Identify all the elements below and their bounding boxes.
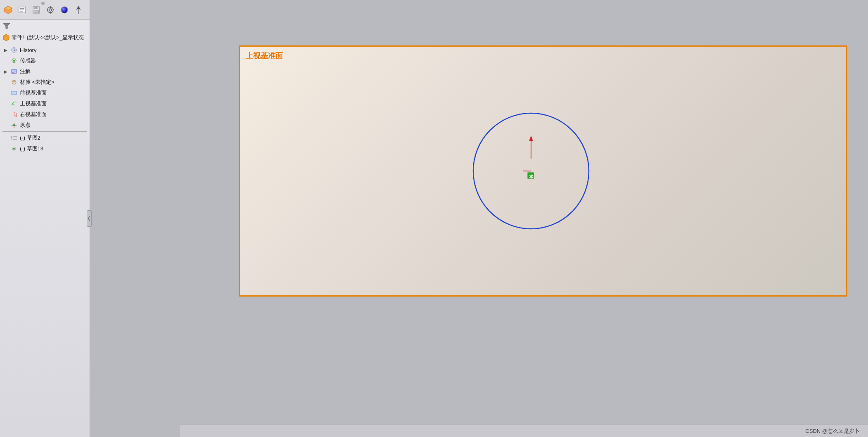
- front-plane-label: 前视基准面: [20, 89, 47, 97]
- material-icon: [10, 78, 18, 86]
- viewport-panel[interactable]: 上视基准面 ✱: [239, 45, 847, 297]
- sidebar: 零件1 (默认<<默认>_显示状态 ▶ History ▶: [0, 0, 90, 437]
- svg-point-9: [47, 7, 53, 13]
- tree-divider: [2, 131, 87, 132]
- sketch13-icon: [10, 145, 18, 152]
- toolbar: [0, 0, 90, 20]
- color-sphere-icon[interactable]: [59, 4, 70, 16]
- svg-rect-7: [34, 7, 38, 9]
- svg-point-15: [61, 7, 68, 13]
- part-title: 零件1 (默认<<默认>_显示状态: [0, 31, 90, 44]
- top-plane-label: 上视基准面: [20, 100, 47, 107]
- plane-front-icon: [10, 89, 18, 97]
- annotations-label: 注解: [20, 68, 31, 75]
- tree-item-sketch2[interactable]: ▶ (-) 草图2: [0, 133, 90, 143]
- status-bar: CSDN @怎么又是岁卜: [180, 425, 868, 437]
- history-icon: [10, 46, 18, 54]
- sensors-label: 传感器: [20, 57, 36, 64]
- right-plane-label: 右视基准面: [20, 111, 47, 118]
- viewport-label: 上视基准面: [246, 51, 283, 61]
- sketch13-label: (-) 草图13: [20, 145, 43, 152]
- tree-item-top-plane[interactable]: ▶ 上视基准面: [0, 98, 90, 109]
- expand-icon: ▶: [4, 69, 8, 74]
- arrow-icon[interactable]: [73, 4, 84, 16]
- tree-items: ▶ History ▶ 传感器 ▶: [0, 44, 90, 437]
- origin-icon: [10, 121, 18, 129]
- svg-marker-16: [76, 6, 81, 14]
- svg-marker-18: [3, 34, 9, 41]
- tree-item-right-plane[interactable]: ▶ 右视基准面: [0, 109, 90, 120]
- origin-label: 原点: [20, 121, 31, 129]
- svg-point-32: [13, 124, 15, 126]
- scroll-indicator: [41, 2, 45, 5]
- sketch-circle: ✱: [465, 105, 597, 237]
- svg-point-36: [13, 148, 15, 150]
- tree-item-origin[interactable]: ▶ 原点: [0, 120, 90, 131]
- tree-item-front-plane[interactable]: ▶ 前视基准面: [0, 88, 90, 98]
- svg-point-10: [49, 9, 52, 11]
- material-label: 材质 <未指定>: [20, 78, 55, 86]
- model-icon[interactable]: [2, 4, 14, 16]
- filter-icon[interactable]: [2, 21, 11, 30]
- tree-item-sensors[interactable]: ▶ 传感器: [0, 55, 90, 66]
- sketch2-label: (-) 草图2: [20, 134, 40, 142]
- sketch2-icon: [10, 134, 18, 142]
- annotation-icon: [10, 68, 18, 75]
- save-icon[interactable]: [31, 4, 42, 16]
- tree-item-sketch13[interactable]: ▶ (-) 草图13: [0, 143, 90, 154]
- svg-marker-39: [529, 135, 533, 141]
- svg-marker-17: [3, 23, 10, 28]
- svg-rect-8: [34, 10, 39, 13]
- sidebar-collapse-handle[interactable]: [87, 210, 92, 227]
- target-icon[interactable]: [45, 4, 56, 16]
- part-icon: [2, 34, 10, 41]
- svg-text:✱: ✱: [529, 174, 533, 180]
- svg-rect-29: [12, 91, 17, 95]
- tree-item-material[interactable]: ▶ 材质 <未指定>: [0, 77, 90, 88]
- sensor-icon: [10, 57, 18, 64]
- plane-right-icon: [10, 111, 18, 118]
- status-text: CSDN @怎么又是岁卜: [805, 428, 860, 435]
- plane-top-icon: [10, 100, 18, 107]
- list-icon[interactable]: [17, 4, 28, 16]
- history-label: History: [20, 47, 36, 53]
- expand-icon: ▶: [4, 48, 8, 52]
- main-area: 上视基准面 ✱ CSDN @怎么又是岁卜: [90, 0, 868, 437]
- svg-point-28: [12, 81, 16, 82]
- tree-item-annotations[interactable]: ▶ 注解: [0, 66, 90, 77]
- svg-rect-23: [12, 69, 17, 74]
- tree-item-history[interactable]: ▶ History: [0, 45, 90, 55]
- filter-row: [0, 20, 90, 31]
- part-title-label: 零件1 (默认<<默认>_显示状态: [12, 34, 84, 41]
